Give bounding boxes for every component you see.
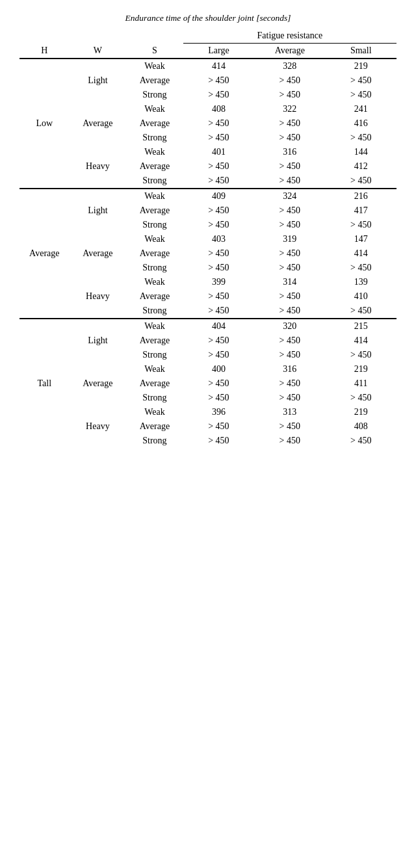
average-cell: > 450 bbox=[254, 88, 325, 102]
s-cell: Strong bbox=[126, 391, 183, 405]
average-cell: 316 bbox=[254, 362, 325, 376]
s-cell: Weak bbox=[126, 319, 183, 334]
small-cell: > 450 bbox=[326, 131, 396, 145]
s-cell: Weak bbox=[126, 59, 183, 73]
col-s-header bbox=[126, 29, 183, 44]
large-cell: 396 bbox=[183, 405, 254, 419]
s-cell: Strong bbox=[126, 88, 183, 102]
average-cell: > 450 bbox=[254, 246, 325, 261]
large-cell: > 450 bbox=[183, 116, 254, 131]
average-cell: > 450 bbox=[254, 174, 325, 189]
s-cell: Average bbox=[126, 289, 183, 304]
small-cell: 414 bbox=[326, 246, 396, 261]
average-cell: > 450 bbox=[254, 73, 325, 88]
small-cell: 412 bbox=[326, 159, 396, 174]
average-cell: > 450 bbox=[254, 261, 325, 275]
small-cell: > 450 bbox=[326, 304, 396, 319]
large-cell: > 450 bbox=[183, 376, 254, 391]
average-cell: > 450 bbox=[254, 131, 325, 145]
w-subheader: W bbox=[70, 44, 127, 59]
small-cell: 417 bbox=[326, 204, 396, 218]
table-row: LowLightWeak414328219 bbox=[20, 59, 396, 73]
average-cell: 320 bbox=[254, 319, 325, 334]
small-cell: 219 bbox=[326, 362, 396, 376]
small-cell: 414 bbox=[326, 334, 396, 348]
s-cell: Strong bbox=[126, 131, 183, 145]
s-cell: Average bbox=[126, 419, 183, 434]
large-cell: 400 bbox=[183, 362, 254, 376]
large-cell: 403 bbox=[183, 232, 254, 246]
small-cell: 216 bbox=[326, 189, 396, 204]
s-cell: Strong bbox=[126, 304, 183, 319]
s-cell: Strong bbox=[126, 174, 183, 189]
large-cell: > 450 bbox=[183, 304, 254, 319]
s-cell: Weak bbox=[126, 102, 183, 116]
small-cell: 416 bbox=[326, 116, 396, 131]
large-cell: > 450 bbox=[183, 174, 254, 189]
small-cell: 215 bbox=[326, 319, 396, 334]
large-cell: > 450 bbox=[183, 261, 254, 275]
s-cell: Weak bbox=[126, 362, 183, 376]
average-cell: > 450 bbox=[254, 348, 325, 362]
w-cell: Average bbox=[70, 102, 127, 145]
large-cell: 414 bbox=[183, 59, 254, 73]
small-cell: 219 bbox=[326, 59, 396, 73]
average-cell: > 450 bbox=[254, 159, 325, 174]
s-cell: Weak bbox=[126, 232, 183, 246]
s-cell: Strong bbox=[126, 261, 183, 275]
average-cell: 314 bbox=[254, 275, 325, 289]
table-row: AverageWeak400316219 bbox=[20, 362, 396, 376]
small-cell: > 450 bbox=[326, 88, 396, 102]
average-cell: > 450 bbox=[254, 334, 325, 348]
small-cell: > 450 bbox=[326, 174, 396, 189]
average-cell: > 450 bbox=[254, 434, 325, 448]
h-cell: Tall bbox=[20, 319, 70, 448]
large-cell: > 450 bbox=[183, 348, 254, 362]
data-table: Fatigue resistance H W S Large Average S… bbox=[20, 29, 396, 448]
small-subheader: Small bbox=[326, 44, 396, 59]
large-cell: 404 bbox=[183, 319, 254, 334]
large-cell: > 450 bbox=[183, 391, 254, 405]
s-cell: Strong bbox=[126, 348, 183, 362]
large-cell: > 450 bbox=[183, 73, 254, 88]
large-cell: 409 bbox=[183, 189, 254, 204]
s-cell: Weak bbox=[126, 405, 183, 419]
average-cell: > 450 bbox=[254, 218, 325, 232]
average-cell: > 450 bbox=[254, 289, 325, 304]
large-subheader: Large bbox=[183, 44, 254, 59]
fatigue-resistance-header: Fatigue resistance bbox=[183, 29, 396, 44]
table-row: HeavyWeak396313219 bbox=[20, 405, 396, 419]
s-cell: Strong bbox=[126, 218, 183, 232]
table-row: HeavyWeak399314139 bbox=[20, 275, 396, 289]
small-cell: 410 bbox=[326, 289, 396, 304]
w-cell: Average bbox=[70, 362, 127, 405]
average-cell: 313 bbox=[254, 405, 325, 419]
s-cell: Average bbox=[126, 116, 183, 131]
w-cell: Light bbox=[70, 319, 127, 362]
small-cell: 241 bbox=[326, 102, 396, 116]
large-cell: > 450 bbox=[183, 218, 254, 232]
small-cell: 147 bbox=[326, 232, 396, 246]
small-cell: > 450 bbox=[326, 218, 396, 232]
average-cell: > 450 bbox=[254, 304, 325, 319]
small-cell: 219 bbox=[326, 405, 396, 419]
average-cell: > 450 bbox=[254, 391, 325, 405]
page-title: Endurance time of the shoulder joint [se… bbox=[20, 13, 396, 23]
average-cell: > 450 bbox=[254, 116, 325, 131]
table-row: TallLightWeak404320215 bbox=[20, 319, 396, 334]
large-cell: > 450 bbox=[183, 88, 254, 102]
average-cell: > 450 bbox=[254, 419, 325, 434]
s-cell: Average bbox=[126, 73, 183, 88]
small-cell: > 450 bbox=[326, 73, 396, 88]
large-cell: > 450 bbox=[183, 434, 254, 448]
w-cell: Average bbox=[70, 232, 127, 275]
small-cell: > 450 bbox=[326, 391, 396, 405]
s-cell: Average bbox=[126, 376, 183, 391]
average-cell: 319 bbox=[254, 232, 325, 246]
s-cell: Weak bbox=[126, 275, 183, 289]
large-cell: > 450 bbox=[183, 246, 254, 261]
large-cell: > 450 bbox=[183, 419, 254, 434]
average-cell: 328 bbox=[254, 59, 325, 73]
w-cell: Heavy bbox=[70, 275, 127, 319]
w-cell: Heavy bbox=[70, 145, 127, 189]
